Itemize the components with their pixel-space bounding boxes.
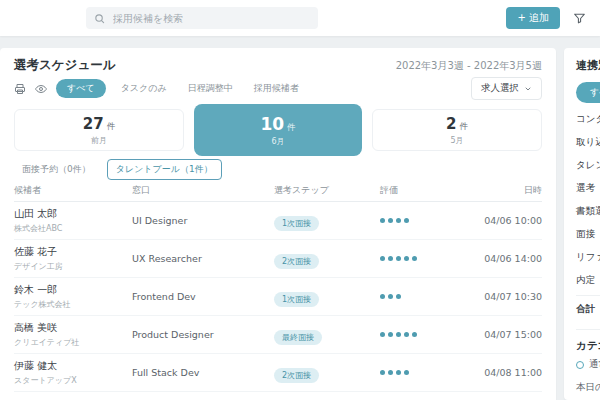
table-row[interactable]: 鈴木 一郎 テック株式会社 Frontend Dev 1次面接 04/07 10… (14, 278, 542, 316)
candidate-role: Frontend Dev (132, 291, 274, 302)
filter-button[interactable] (573, 12, 586, 25)
table-row[interactable]: 伊藤 健太 スタートアップX Full Stack Dev 2次面接 04/08… (14, 354, 542, 392)
sidebar-item-screening[interactable]: 選考 (576, 177, 600, 200)
candidate-cell: 高橋 美咲 クリエイティブ社 (14, 321, 132, 348)
table-row[interactable]: 山田 太郎 株式会社ABC UI Designer 1次面接 04/06 10:… (14, 202, 542, 240)
step-badge: 1次面接 (274, 216, 319, 231)
col-candidate: 候補者 (14, 184, 132, 197)
candidate-cell: 伊藤 健太 スタートアップX (14, 359, 132, 386)
step-badge: 1次面接 (274, 292, 319, 307)
datetime: 04/06 14:00 (476, 253, 542, 264)
step-badge: 2次面接 (274, 254, 319, 269)
stat-unit: 件 (459, 121, 468, 133)
schedule-card: 選考スケジュール 2022年3月3週 - 2022年3月5週 すべて タスクのみ… (0, 48, 556, 400)
stat-label: 5月 (450, 135, 463, 146)
print-button[interactable] (14, 83, 26, 95)
printer-icon (14, 83, 26, 95)
candidate-company: デザイン工房 (14, 261, 132, 272)
candidate-company: 株式会社ABC (14, 223, 132, 234)
topbar: + 追加 (0, 0, 600, 36)
tab-tasks-only[interactable]: タスクのみ (115, 79, 173, 98)
stat-value: 2 (446, 115, 456, 133)
add-button[interactable]: + 追加 (506, 7, 560, 29)
integration-panel: 連携別候補者数 すべて コンタクト 取り込み タレントプール 選考 書類選考 面… (564, 48, 600, 400)
job-select-label: 求人選択 (481, 82, 519, 95)
candidate-name: 伊藤 健太 (14, 359, 132, 373)
tab-all[interactable]: すべて (56, 79, 106, 98)
funnel-icon (573, 12, 586, 25)
stat-value-row: 27 件 (83, 115, 115, 133)
step-cell: 1次面接 (274, 287, 380, 307)
step-cell: 最終面接 (274, 325, 380, 345)
datetime: 04/08 11:00 (476, 367, 542, 378)
candidate-role: UX Researcher (132, 253, 274, 264)
sidebar-item-contact[interactable]: コンタクト (576, 108, 600, 131)
stat-value: 27 (83, 115, 104, 133)
step-cell: 2次面接 (274, 363, 380, 383)
step-badge: 2次面接 (274, 368, 319, 383)
rating-dots (380, 294, 476, 299)
main-column: 選考スケジュール 2022年3月3週 - 2022年3月5週 すべて タスクのみ… (0, 48, 556, 400)
page-title: 選考スケジュール (14, 57, 115, 74)
sidebar-item-offer[interactable]: 内定 (576, 269, 600, 292)
step-cell: 1次面接 (274, 211, 380, 231)
rating-dots (380, 218, 476, 223)
chip-talent-pool[interactable]: タレントプール（1件） (107, 159, 222, 180)
sidebar-item-reference[interactable]: リファレンス (576, 246, 600, 269)
date-range: 2022年3月3週 - 2022年3月5週 (396, 59, 542, 73)
stat-label: 前月 (91, 135, 107, 146)
category-item-normal[interactable]: 通常 (576, 353, 600, 376)
candidate-cell: 佐藤 花子 デザイン工房 (14, 245, 132, 272)
chevron-down-icon (524, 85, 532, 93)
candidates-table: 候補者 窓口 選考ステップ 評価 日時 山田 太郎 株式会社ABC UI Des… (0, 179, 556, 400)
tab-candidates[interactable]: 採用候補者 (248, 79, 305, 98)
candidate-company: クリエイティブ社 (14, 337, 132, 348)
schedule-toolbar: すべて タスクのみ 日程調整中 採用候補者 求人選択 (0, 79, 556, 103)
stat-card-prev[interactable]: 27 件 前月 (14, 109, 184, 151)
category-item-label: 本日の (576, 381, 600, 394)
table-row[interactable]: 高橋 美咲 クリエイティブ社 Product Designer 最終面接 04/… (14, 316, 542, 354)
job-select-dropdown[interactable]: 求人選択 (471, 77, 542, 100)
sidebar-all-button[interactable]: すべて (576, 82, 600, 103)
chip-interview-reservation[interactable]: 面接予約（0件） (14, 160, 99, 179)
search-box[interactable] (86, 7, 318, 29)
stat-card-may[interactable]: 2 件 5月 (372, 109, 542, 151)
stats-row: 27 件 前月 10 件 6月 2 件 (0, 103, 556, 157)
datetime: 04/06 10:00 (476, 215, 542, 226)
tab-scheduling[interactable]: 日程調整中 (182, 79, 239, 98)
show-all-link[interactable]: 全て表示 → (14, 392, 542, 400)
candidate-name: 山田 太郎 (14, 207, 132, 221)
sidebar-item-interview[interactable]: 面接 (576, 223, 600, 246)
candidate-name: 佐藤 花子 (14, 245, 132, 259)
sidebar-item-document-screening[interactable]: 書類選考 (576, 200, 600, 223)
stat-value-row: 2 件 (446, 115, 468, 133)
col-window: 窓口 (132, 184, 274, 197)
sidebar-item-import[interactable]: 取り込み (576, 131, 600, 154)
table-row[interactable]: 佐藤 花子 デザイン工房 UX Researcher 2次面接 04/06 14… (14, 240, 542, 278)
search-icon (94, 13, 105, 24)
content-area: 選考スケジュール 2022年3月3週 - 2022年3月5週 すべて タスクのみ… (0, 36, 600, 400)
view-button[interactable] (35, 83, 47, 95)
sidebar-item-total[interactable]: 合計 (576, 295, 600, 321)
col-step: 選考ステップ (274, 184, 380, 197)
col-datetime: 日時 (476, 184, 542, 197)
stat-label: 6月 (271, 136, 284, 147)
stat-unit: 件 (107, 121, 116, 133)
candidate-role: Full Stack Dev (132, 367, 274, 378)
step-badge: 最終面接 (274, 330, 322, 345)
category-item-today[interactable]: 本日の (576, 376, 600, 399)
stat-card-june[interactable]: 10 件 6月 (194, 104, 362, 156)
search-input[interactable] (111, 12, 310, 25)
candidate-cell: 鈴木 一郎 テック株式会社 (14, 283, 132, 310)
rating-dots (380, 370, 476, 375)
datetime: 04/07 15:00 (476, 329, 542, 340)
col-rating: 評価 (380, 184, 476, 197)
sidebar-item-talent-pool[interactable]: タレントプール (576, 154, 600, 177)
chips-row: 面接予約（0件） タレントプール（1件） (0, 157, 556, 179)
step-cell: 2次面接 (274, 249, 380, 269)
category-title: カテゴリ (576, 329, 600, 353)
candidate-cell: 山田 太郎 株式会社ABC (14, 207, 132, 234)
candidate-name: 鈴木 一郎 (14, 283, 132, 297)
candidate-company: テック株式会社 (14, 299, 132, 310)
stat-value: 10 (260, 114, 284, 134)
